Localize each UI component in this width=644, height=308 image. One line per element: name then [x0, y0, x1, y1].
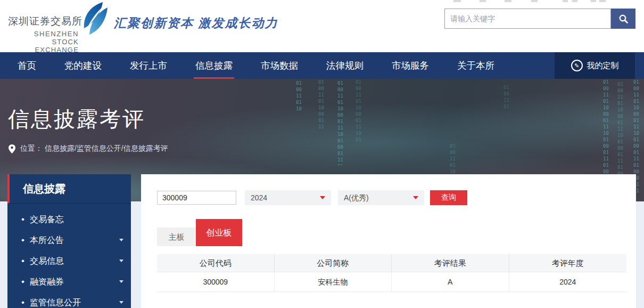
sidebar: 信息披露 • 交易备忘 • 本所公告 • 交易信息 • 融资融券 [7, 174, 131, 308]
year-select[interactable]: 2024 [245, 190, 331, 205]
result-select[interactable]: A(优秀) [338, 190, 424, 205]
sidebar-item-regulatory-disclosure[interactable]: • 监管信息公开 [7, 292, 131, 308]
pencil-circle-icon: ✎ [571, 60, 583, 71]
table-row[interactable]: 300009 安科生物 A 2024 [157, 272, 626, 292]
top-header: 深圳证券交易所 SHENZHEN STOCK EXCHANGE 汇聚创新资本 激… [0, 0, 644, 52]
company-code-input[interactable] [157, 191, 236, 205]
column-header-evaluation-result: 考评结果 [392, 254, 509, 272]
bullet-icon: • [21, 230, 24, 250]
result-select-value: A(优秀) [344, 193, 369, 202]
sidebar-item-trading-memo[interactable]: • 交易备忘 [7, 209, 131, 230]
nav-item-rules[interactable]: 法律规则 [326, 52, 364, 79]
brand-slogan: 汇聚创新资本 激发成长动力 [114, 15, 278, 31]
nav-item-about[interactable]: 关于本所 [457, 52, 494, 79]
location-pin-icon [9, 144, 15, 153]
bullet-icon: • [21, 209, 24, 230]
binary-texture: 01 00 11 01 10 00 01 11 10 01 00 01 11 0… [356, 79, 361, 143]
chevron-down-icon [119, 260, 123, 262]
nav-item-listing[interactable]: 发行上市 [130, 52, 167, 79]
table-header-row: 公司代码 公司简称 考评结果 考评年度 [157, 254, 626, 272]
bullet-icon: • [21, 250, 24, 271]
nav-item-disclosure[interactable]: 信息披露 [195, 52, 233, 79]
utility-nav-fragment [599, 0, 606, 2]
cell-company-name: 安科生物 [275, 272, 392, 291]
main-navbar: 首页 党的建设 发行上市 信息披露 市场数据 法律规则 市场服务 关于本所 ✎ … [0, 52, 644, 79]
dropdown-arrow-icon [320, 196, 325, 199]
utility-nav-fragment [453, 0, 461, 2]
nav-item-market-data[interactable]: 市场数据 [261, 52, 298, 79]
column-header-company-code: 公司代码 [157, 254, 275, 272]
chevron-down-icon [119, 301, 123, 304]
cell-evaluation-result: A [392, 272, 509, 291]
breadcrumb: 位置： 信息披露/监管信息公开/信息披露考评 [9, 144, 168, 153]
sidebar-item-trading-info[interactable]: • 交易信息 [7, 250, 131, 271]
utility-nav-fragment [572, 0, 577, 2]
nav-item-home[interactable]: 首页 [18, 52, 36, 79]
logo-chinese-name: 深圳证券交易所 [8, 14, 79, 28]
site-search-button[interactable] [611, 9, 635, 29]
cell-company-code: 300009 [157, 272, 275, 291]
content-panel: 2024 A(优秀) 查询 主板 创业板 公司代码 公司简称 考评结果 考评年度… [141, 174, 636, 308]
column-header-company-name: 公司简称 [275, 254, 392, 272]
bullet-icon: • [21, 292, 24, 308]
binary-texture: 01 00 11 01 10 00 01 11 10 01 00 01 11 0… [296, 80, 302, 111]
szse-logo-icon [79, 2, 110, 36]
utility-nav-fragment [480, 0, 486, 2]
binary-texture: 01 00 11 01 10 00 01 11 10 01 00 01 11 0… [450, 143, 456, 175]
binary-texture: 01 00 11 01 10 00 01 11 10 01 00 01 11 0… [318, 79, 324, 130]
column-header-evaluation-year: 考评年度 [509, 254, 627, 272]
sidebar-menu: • 交易备忘 • 本所公告 • 交易信息 • 融资融券 • 监管信息公开 [7, 204, 131, 308]
breadcrumb-text: 位置： 信息披露/监管信息公开/信息披露考评 [20, 144, 168, 153]
nav-list: 首页 党的建设 发行上市 信息披露 市场数据 法律规则 市场服务 关于本所 [0, 52, 644, 79]
site-search-box [444, 9, 611, 29]
logo-english-line1: SHENZHEN [8, 30, 79, 38]
cell-evaluation-year: 2024 [509, 272, 627, 291]
binary-texture: 01 00 11 01 10 00 01 11 10 01 00 01 11 0… [503, 84, 509, 111]
query-button[interactable]: 查询 [430, 190, 467, 205]
tab-main-board[interactable]: 主板 [157, 228, 196, 246]
binary-texture: 01 00 11 01 10 00 01 11 10 01 00 01 11 0… [337, 80, 343, 165]
page-title: 信息披露考评 [8, 104, 145, 134]
logo-text[interactable]: 深圳证券交易所 SHENZHEN STOCK EXCHANGE [8, 14, 79, 54]
nav-item-market-services[interactable]: 市场服务 [392, 52, 429, 79]
evaluation-table: 公司代码 公司简称 考评结果 考评年度 300009 安科生物 A 2024 [157, 254, 626, 292]
utility-nav-fragment [591, 0, 596, 2]
sidebar-item-exchange-announcements[interactable]: • 本所公告 [7, 230, 131, 250]
site-search-input[interactable] [445, 9, 610, 28]
utility-nav-fragment [563, 0, 568, 2]
utility-nav-fragment [531, 0, 538, 2]
tab-chinext-board[interactable]: 创业板 [196, 219, 242, 246]
year-select-value: 2024 [251, 193, 267, 202]
logo-english-line2: STOCK EXCHANGE [8, 38, 79, 54]
my-customization-label: 我的定制 [587, 61, 619, 71]
nav-item-party-building[interactable]: 党的建设 [64, 52, 102, 79]
bullet-icon: • [21, 271, 24, 292]
sidebar-title: 信息披露 [7, 174, 131, 204]
szse-page: 深圳证券交易所 SHENZHEN STOCK EXCHANGE 汇聚创新资本 激… [0, 0, 644, 308]
search-icon [618, 14, 629, 24]
utility-nav-fragment [505, 0, 511, 2]
chevron-down-icon [119, 280, 123, 283]
my-customization-button[interactable]: ✎ 我的定制 [555, 52, 635, 79]
dropdown-arrow-icon [413, 196, 418, 199]
sidebar-item-margin-trading[interactable]: • 融资融券 [7, 271, 131, 292]
chevron-down-icon [119, 239, 123, 241]
